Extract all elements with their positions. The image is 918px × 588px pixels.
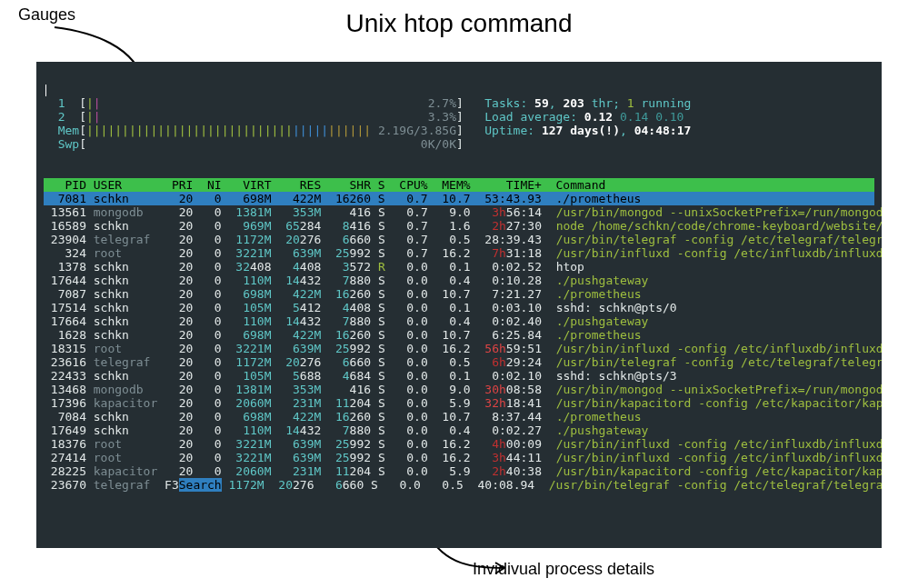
table-row[interactable]: 17396 kapacitor 20 0 2060M 231M 11204 S … <box>44 396 882 410</box>
process-table[interactable]: PID USER PRI NI VIRT RES SHR S CPU% MEM%… <box>44 164 874 492</box>
table-row[interactable]: 1378 schkn 20 0 32408 4408 3572 R 0.0 0.… <box>44 260 584 274</box>
terminal-window[interactable]: 1 [|| 2.7%] Tasks: 59, 203 thr; 1 runnin… <box>36 62 882 548</box>
table-row[interactable]: 17649 schkn 20 0 110M 14432 7880 S 0.0 0… <box>44 424 648 437</box>
cpu2-label: 2 <box>58 110 65 124</box>
table-row[interactable]: 17514 schkn 20 0 105M 5412 4408 S 0.0 0.… <box>44 301 677 314</box>
table-row[interactable]: 17664 schkn 20 0 110M 14432 7880 S 0.0 0… <box>44 314 648 328</box>
page-title: Unix htop command <box>0 9 918 38</box>
table-row[interactable]: 23616 telegraf 20 0 1172M 20276 6660 S 0… <box>44 355 882 369</box>
table-row[interactable]: 22433 schkn 20 0 105M 5688 4684 S 0.0 0.… <box>44 369 677 383</box>
cursor <box>45 85 46 96</box>
mem-value: 2.19G/3.85G <box>378 124 456 137</box>
tasks-label: Tasks: <box>484 96 527 110</box>
swp-label: Swp <box>58 137 79 151</box>
table-row[interactable]: 13468 mongodb 20 0 1381M 353M 416 S 0.0 … <box>44 383 882 396</box>
uptime-label: Uptime: <box>484 124 534 137</box>
table-row[interactable]: 7087 schkn 20 0 698M 422M 16260 S 0.0 10… <box>44 287 642 301</box>
process-table-header[interactable]: PID USER PRI NI VIRT RES SHR S CPU% MEM%… <box>44 178 874 192</box>
gauge-section: 1 [|| 2.7%] Tasks: 59, 203 thr; 1 runnin… <box>44 96 874 151</box>
table-row[interactable]: 18376 root 20 0 3221M 639M 25992 S 0.0 1… <box>44 437 882 451</box>
search-input[interactable]: Search <box>179 478 222 492</box>
table-row[interactable]: 17644 schkn 20 0 110M 14432 7880 S 0.0 0… <box>44 274 648 287</box>
table-row[interactable]: 1628 schkn 20 0 698M 422M 16260 S 0.0 10… <box>44 328 642 342</box>
table-row[interactable]: 324 root 20 0 3221M 639M 25992 S 0.7 16.… <box>44 246 882 260</box>
table-row[interactable]: 28225 kapacitor 20 0 2060M 231M 11204 S … <box>44 464 882 478</box>
annotation-process-details: Invidivual process details <box>473 560 654 579</box>
cpu1-label: 1 <box>58 96 65 110</box>
table-row-selected[interactable]: 7081 schkn 20 0 698M 422M 16260 S 0.7 10… <box>44 192 874 205</box>
cpu2-pct: 3.3% <box>428 110 456 124</box>
table-row[interactable]: 16589 schkn 20 0 969M 65284 8416 S 0.7 1… <box>44 219 882 233</box>
cpu1-pct: 2.7% <box>428 96 456 110</box>
load-label: Load average: <box>484 110 577 124</box>
table-row[interactable]: 7084 schkn 20 0 698M 422M 16260 S 0.0 10… <box>44 410 642 424</box>
table-row[interactable]: 27414 root 20 0 3221M 639M 25992 S 0.0 1… <box>44 451 882 464</box>
table-row[interactable]: 23670 telegraf F3Search 1172M 20276 6660… <box>44 478 882 492</box>
annotation-gauges: Gauges <box>18 5 75 25</box>
swp-value: 0K/0K <box>421 137 456 151</box>
table-row[interactable]: 23904 telegraf 20 0 1172M 20276 6660 S 0… <box>44 233 882 246</box>
mem-label: Mem <box>58 124 79 137</box>
table-row[interactable]: 18315 root 20 0 3221M 639M 25992 S 0.0 1… <box>44 342 882 355</box>
table-row[interactable]: 13561 mongodb 20 0 1381M 353M 416 S 0.7 … <box>44 205 882 219</box>
